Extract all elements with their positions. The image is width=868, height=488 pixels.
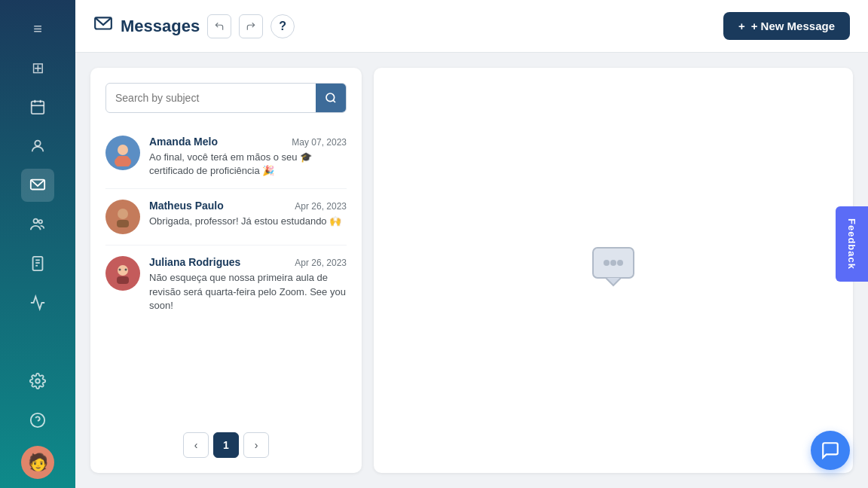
sidebar-item-students[interactable] <box>21 208 54 241</box>
svg-point-16 <box>326 93 335 102</box>
messages-panel: Amanda Melo May 07, 2023 Ao final, você … <box>90 68 362 473</box>
page-title: Messages <box>121 17 200 36</box>
new-message-plus-icon: + <box>738 20 745 32</box>
header: Messages ? + + New Message <box>75 0 868 53</box>
list-item[interactable]: Matheus Paulo Apr 26, 2023 Obrigada, pro… <box>105 189 347 246</box>
feedback-tab[interactable]: Feedback <box>836 206 868 282</box>
next-page-button[interactable]: › <box>243 432 269 458</box>
feedback-label[interactable]: Feedback <box>836 206 868 282</box>
main-area: Messages ? + + New Message <box>75 0 868 488</box>
message-date: May 07, 2023 <box>292 137 347 148</box>
svg-point-35 <box>604 260 610 266</box>
header-title-group: Messages ? <box>93 14 723 38</box>
sidebar-item-settings[interactable] <box>21 364 54 398</box>
messages-header-icon <box>93 14 113 38</box>
sidebar-item-help[interactable] <box>21 404 54 437</box>
svg-point-32 <box>125 269 127 271</box>
message-header-row: Juliana Rodrigues Apr 26, 2023 <box>149 256 347 268</box>
list-item[interactable]: Amanda Melo May 07, 2023 Ao final, você … <box>105 125 347 189</box>
avatar <box>105 136 140 170</box>
content-area: Amanda Melo May 07, 2023 Ao final, você … <box>75 53 868 488</box>
svg-line-17 <box>333 100 335 102</box>
svg-point-6 <box>34 219 38 224</box>
svg-point-4 <box>35 141 40 146</box>
sidebar-item-assignments[interactable] <box>21 247 54 280</box>
sidebar-item-dashboard[interactable]: ⊞ <box>21 51 54 84</box>
avatar <box>105 256 140 291</box>
pagination: ‹ 1 › <box>105 432 347 458</box>
message-view-panel <box>374 68 853 473</box>
undo-button[interactable] <box>207 14 231 38</box>
message-body: Matheus Paulo Apr 26, 2023 Obrigada, pro… <box>149 200 347 234</box>
svg-point-37 <box>617 260 623 266</box>
sidebar-item-reports[interactable] <box>21 286 54 319</box>
message-sender: Amanda Melo <box>149 136 218 148</box>
svg-rect-26 <box>117 220 129 227</box>
svg-point-21 <box>118 145 127 154</box>
message-header-row: Matheus Paulo Apr 26, 2023 <box>149 200 347 212</box>
message-body: Amanda Melo May 07, 2023 Ao final, você … <box>149 136 347 178</box>
redo-button[interactable] <box>239 14 263 38</box>
svg-rect-30 <box>117 276 129 284</box>
svg-point-25 <box>118 209 127 218</box>
help-button[interactable]: ? <box>270 14 295 38</box>
search-input[interactable] <box>106 85 316 111</box>
svg-point-36 <box>610 260 616 266</box>
message-list: Amanda Melo May 07, 2023 Ao final, você … <box>105 125 347 420</box>
search-bar <box>105 83 347 113</box>
svg-rect-0 <box>32 102 44 114</box>
prev-page-button[interactable]: ‹ <box>183 432 209 458</box>
message-sender: Matheus Paulo <box>149 200 224 212</box>
empty-message-icon <box>587 239 640 302</box>
chat-fab-button[interactable] <box>811 431 850 470</box>
svg-point-31 <box>119 269 121 271</box>
message-body: Juliana Rodrigues Apr 26, 2023 Não esque… <box>149 256 347 313</box>
message-preview: Ao final, você terá em mãos o seu 🎓certi… <box>149 151 347 178</box>
message-header-row: Amanda Melo May 07, 2023 <box>149 136 347 148</box>
sidebar-item-contacts[interactable] <box>21 130 54 163</box>
message-preview: Não esqueça que nossa primeira aula de r… <box>149 271 347 313</box>
search-button[interactable] <box>316 84 346 112</box>
sidebar-item-collapse[interactable]: ≡ <box>21 12 54 45</box>
avatar <box>105 200 140 234</box>
sidebar: ≡ ⊞ 🧑 <box>0 0 75 488</box>
svg-point-7 <box>38 220 42 224</box>
sidebar-item-messages[interactable] <box>21 169 54 202</box>
message-preview: Obrigada, professor! Já estou estudando … <box>149 215 347 228</box>
message-date: Apr 26, 2023 <box>295 258 347 268</box>
sidebar-item-calendar[interactable] <box>21 90 54 124</box>
message-date: Apr 26, 2023 <box>295 201 347 212</box>
new-message-label: + New Message <box>751 20 835 32</box>
list-item[interactable]: Juliana Rodrigues Apr 26, 2023 Não esque… <box>105 246 347 323</box>
user-avatar[interactable]: 🧑 <box>21 446 54 479</box>
message-sender: Juliana Rodrigues <box>149 256 240 268</box>
current-page-button[interactable]: 1 <box>213 432 239 458</box>
svg-rect-22 <box>117 156 129 163</box>
new-message-button[interactable]: + + New Message <box>723 12 850 40</box>
svg-point-12 <box>35 379 40 383</box>
